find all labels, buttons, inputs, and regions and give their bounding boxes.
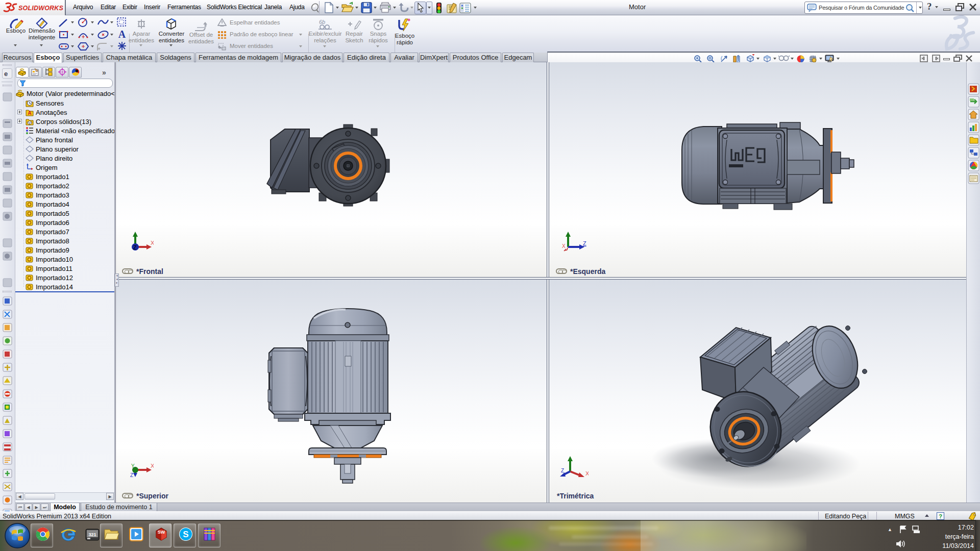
- svg-text:X: X: [562, 243, 566, 249]
- svg-text:Y: Y: [568, 454, 572, 455]
- svg-text:SOLIDWORKS: SOLIDWORKS: [18, 5, 64, 12]
- svg-text:X: X: [151, 240, 154, 246]
- svg-text:Z: Z: [561, 468, 564, 473]
- svg-text:Y: Y: [131, 463, 135, 469]
- svg-text:Z: Z: [133, 244, 137, 251]
- svg-text:A: A: [28, 110, 31, 116]
- svg-text:X: X: [585, 470, 589, 477]
- svg-text:A: A: [118, 29, 126, 40]
- svg-text:X: X: [151, 463, 154, 469]
- svg-text:S: S: [183, 530, 188, 539]
- svg-text:Z: Z: [583, 240, 586, 246]
- svg-text:SW: SW: [158, 530, 165, 535]
- svg-text:Z: Z: [130, 472, 133, 477]
- svg-text:6b: 6b: [319, 19, 325, 25]
- svg-text:321: 321: [88, 532, 96, 537]
